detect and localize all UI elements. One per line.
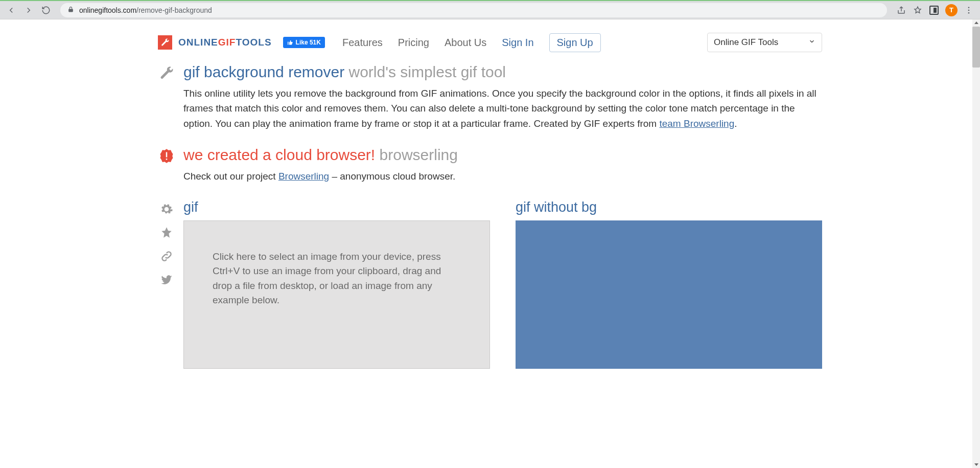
- wrench-icon: [158, 35, 172, 50]
- vertical-scrollbar[interactable]: [972, 19, 980, 468]
- browserling-link[interactable]: Browserling: [278, 171, 329, 182]
- scroll-up-arrow-icon[interactable]: [972, 19, 980, 27]
- wrench-icon: [159, 65, 174, 83]
- scrollbar-thumb[interactable]: [972, 27, 980, 68]
- facebook-like-label: Like 51K: [296, 39, 321, 46]
- forward-icon[interactable]: [21, 3, 36, 17]
- dropzone-text: Click here to select an image from your …: [213, 251, 441, 306]
- svg-point-2: [968, 12, 970, 13]
- promo-title: we created a cloud browser! browserling: [183, 146, 822, 164]
- scroll-down-arrow-icon[interactable]: [972, 461, 980, 468]
- tool-selector-dropdown[interactable]: Online GIF Tools: [707, 33, 822, 52]
- page-title-sub: world's simplest gif tool: [349, 63, 506, 80]
- avatar-letter: T: [949, 6, 953, 14]
- address-bar[interactable]: onlinegiftools.com/remove-gif-background: [60, 3, 887, 17]
- promo-paragraph: Check out our project Browserling – anon…: [183, 169, 822, 184]
- alert-badge-icon: [159, 148, 174, 166]
- intro-text-post: .: [734, 118, 737, 129]
- nav-signup[interactable]: Sign Up: [549, 33, 601, 52]
- gear-icon[interactable]: [160, 203, 173, 218]
- page-title: gif background remover world's simplest …: [183, 63, 822, 81]
- logo-text-gif: GIF: [218, 37, 236, 48]
- promo-title-main: we created a cloud browser!: [183, 146, 375, 163]
- nav-about[interactable]: About Us: [445, 37, 486, 49]
- svg-rect-3: [166, 152, 168, 158]
- input-panel-title: gif: [183, 199, 490, 215]
- extensions-icon[interactable]: [927, 3, 941, 17]
- reload-icon[interactable]: [39, 3, 53, 17]
- gif-output-panel: [516, 220, 822, 369]
- back-icon[interactable]: [4, 3, 18, 17]
- nav-features[interactable]: Features: [342, 37, 383, 49]
- page-title-main: gif background remover: [183, 63, 344, 80]
- bookmark-star-icon[interactable]: [911, 3, 925, 17]
- chevron-down-icon: [808, 37, 815, 48]
- lock-icon: [67, 6, 74, 14]
- tool-selector-label: Online GIF Tools: [714, 37, 778, 48]
- svg-point-0: [968, 7, 970, 8]
- site-logo[interactable]: ONLINEGIFTOOLS: [158, 35, 272, 50]
- profile-avatar[interactable]: T: [945, 4, 958, 16]
- intro-paragraph: This online utility lets you remove the …: [183, 86, 822, 131]
- output-panel-title: gif without bg: [516, 199, 822, 215]
- facebook-like-button[interactable]: Like 51K: [283, 37, 325, 48]
- svg-point-1: [968, 9, 970, 11]
- kebab-menu-icon[interactable]: [962, 3, 976, 17]
- share-icon[interactable]: [894, 3, 908, 17]
- site-header: ONLINEGIFTOOLS Like 51K Features Pricing…: [158, 30, 822, 63]
- gif-dropzone[interactable]: Click here to select an image from your …: [183, 220, 490, 369]
- twitter-icon[interactable]: [160, 273, 173, 288]
- url-host: onlinegiftools.com: [79, 6, 136, 14]
- logo-text-tools: TOOLS: [236, 37, 271, 48]
- promo-title-sub: browserling: [380, 146, 458, 163]
- link-icon[interactable]: [160, 250, 173, 265]
- star-icon[interactable]: [160, 226, 173, 241]
- nav-pricing[interactable]: Pricing: [398, 37, 429, 49]
- promo-text-pre: Check out our project: [183, 171, 278, 182]
- team-browserling-link[interactable]: team Browserling: [659, 118, 734, 129]
- browser-toolbar: onlinegiftools.com/remove-gif-background…: [0, 1, 980, 19]
- nav-signin[interactable]: Sign In: [502, 37, 533, 49]
- svg-rect-4: [166, 159, 168, 160]
- url-path: /remove-gif-background: [136, 6, 212, 14]
- promo-text-post: – anonymous cloud browser.: [329, 171, 455, 182]
- logo-text-online: ONLINE: [178, 37, 218, 48]
